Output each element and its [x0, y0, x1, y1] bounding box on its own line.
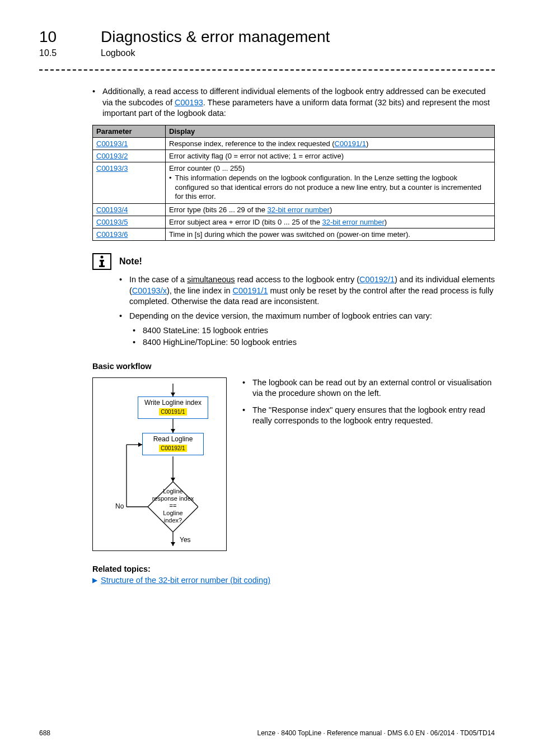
info-icon	[92, 253, 111, 270]
cell-text: Error activity flag (0 = error not activ…	[169, 152, 344, 160]
section-title: Logbook	[101, 48, 135, 58]
note-link[interactable]: C00193/x	[132, 286, 167, 295]
table-row: C00193/1 Response index, reference to th…	[93, 137, 495, 150]
cell-link[interactable]: C00191/1	[335, 139, 366, 148]
table-row: C00193/3 Error counter (0 ... 255) •This…	[93, 162, 495, 204]
chapter-number: 10	[39, 28, 84, 46]
param-link[interactable]: C00193/3	[96, 164, 128, 172]
intro-paragraph: • Additionally, a read access to differe…	[92, 86, 495, 119]
param-link[interactable]: C00193/6	[96, 230, 128, 239]
svg-marker-11	[171, 542, 175, 546]
cell-link[interactable]: 32-bit error number	[322, 218, 384, 226]
wf-box-label: Write Logline index	[142, 399, 204, 408]
section-number: 10.5	[39, 48, 84, 58]
svg-point-0	[101, 256, 104, 259]
parameter-table: Parameter Display C00193/1 Response inde…	[92, 125, 495, 241]
cell-text: Time in [s] during which the power was s…	[169, 230, 410, 239]
workflow-text-1: The logbook can be read out by an extern…	[252, 377, 495, 399]
cell-sub-bullet: This information depends on the logbook …	[175, 174, 491, 202]
wf-diamond-text: Logline response index == Logline index?	[141, 488, 205, 525]
cell-text: )	[330, 206, 332, 214]
wf-no-label: No	[115, 502, 124, 510]
cell-link[interactable]: 32-bit error number	[268, 206, 330, 214]
note-title: Note!	[119, 256, 142, 267]
svg-marker-5	[171, 393, 175, 396]
page-number: 688	[39, 729, 50, 737]
intro-link[interactable]: C00193	[175, 98, 203, 107]
svg-rect-3	[99, 265, 105, 267]
table-row: C00193/5 Error subject area + error ID (…	[93, 216, 495, 228]
note-link[interactable]: C00191/1	[233, 286, 268, 295]
cell-text: Response index, reference to the index r…	[169, 139, 335, 148]
note-link[interactable]: C00192/1	[359, 275, 395, 284]
wf-box-write: Write Logline index C00191/1	[138, 396, 208, 419]
table-row: C00193/6 Time in [s] during which the po…	[93, 228, 495, 241]
table-header-parameter: Parameter	[93, 125, 166, 137]
wf-code-chip: C00192/1	[159, 445, 186, 452]
workflow-title: Basic workflow	[92, 362, 495, 371]
cell-text: )	[385, 218, 387, 226]
related-topics: Related topics: ▶ Structure of the 32-bi…	[92, 564, 495, 585]
chapter-title: Diagnostics & error management	[101, 28, 330, 46]
svg-marker-15	[138, 442, 142, 447]
divider	[39, 69, 495, 71]
wf-code-chip: C00191/1	[159, 408, 186, 416]
wf-box-read: Read Logline C00192/1	[142, 433, 204, 455]
param-link[interactable]: C00193/2	[96, 152, 128, 160]
svg-marker-7	[171, 429, 175, 433]
table-header-display: Display	[166, 125, 495, 137]
note-sub-2: 8400 HighLine/TopLine: 50 logbook entrie…	[143, 337, 297, 348]
related-link[interactable]: Structure of the 32-bit error number (bi…	[101, 576, 270, 585]
wf-yes-label: Yes	[180, 536, 191, 544]
note-sub-1: 8400 StateLine: 15 logbook entries	[143, 325, 268, 337]
table-row: C00193/4 Error type (bits 26 ... 29 of t…	[93, 204, 495, 216]
param-link[interactable]: C00193/5	[96, 218, 128, 226]
workflow-text-2: The "Response index" query ensures that …	[252, 405, 495, 427]
cell-text: )	[366, 139, 368, 148]
workflow-diagram: Write Logline index C00191/1 Read Loglin…	[92, 377, 227, 551]
arrow-icon: ▶	[92, 576, 97, 584]
footer-doc: Lenze · 8400 TopLine · Reference manual …	[257, 729, 495, 737]
table-row: C00193/2 Error activity flag (0 = error …	[93, 150, 495, 162]
cell-text: Error type (bits 26 ... 29 of the	[169, 206, 268, 214]
param-link[interactable]: C00193/4	[96, 206, 128, 214]
related-title: Related topics:	[92, 564, 495, 573]
param-link[interactable]: C00193/1	[96, 139, 128, 148]
cell-text: Error subject area + error ID (bits 0 ..…	[169, 218, 322, 226]
note-bullet-1: In the case of a simultaneous read acces…	[129, 274, 495, 307]
note-bullet-2: Depending on the device version, the max…	[129, 311, 432, 322]
cell-text: Error counter (0 ... 255)	[169, 164, 245, 172]
note-block: Note! • In the case of a simultaneous re…	[92, 253, 495, 348]
svg-marker-9	[171, 478, 175, 482]
wf-box-label: Read Logline	[146, 435, 200, 444]
